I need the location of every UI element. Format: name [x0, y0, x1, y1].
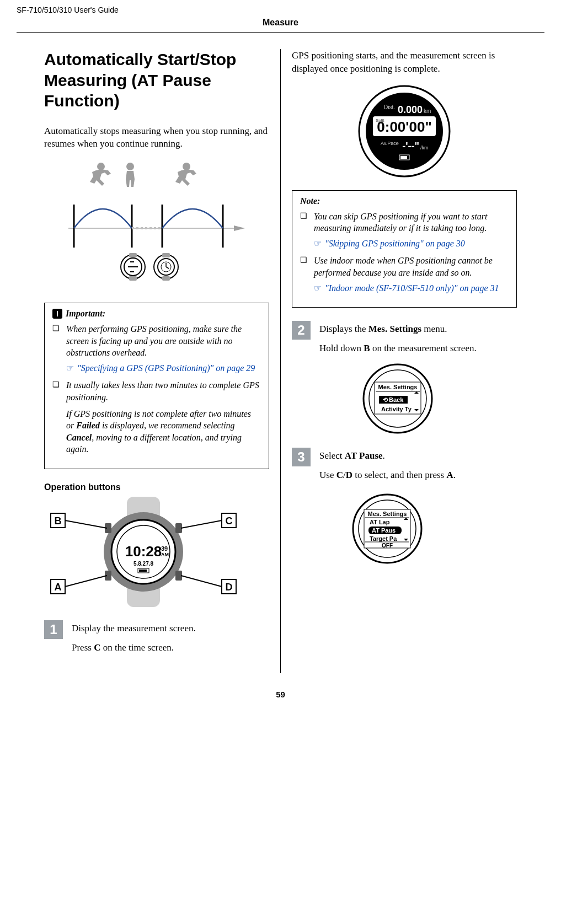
step-1-line2: Press C on the time screen. — [72, 641, 196, 655]
svg-rect-13 — [129, 276, 137, 281]
svg-text:Activity Ty: Activity Ty — [381, 406, 412, 412]
start-stop-diagram — [63, 159, 250, 292]
svg-line-43 — [65, 576, 107, 587]
svg-rect-12 — [129, 253, 137, 257]
svg-text:-'--": -'--" — [402, 141, 419, 152]
important-item-2: It usually takes less than two minutes t… — [66, 380, 259, 402]
note-title: Note: — [300, 196, 320, 206]
operation-buttons-diagram: 10:28 39 AM 5.8.27.8 B A C D — [44, 497, 243, 607]
measurement-screen: Dist. 0.000 km Split 0:00'00" Av.Pace -'… — [357, 84, 451, 178]
svg-text:D: D — [226, 582, 233, 593]
link-gps-positioning[interactable]: "Specifying a GPS (GPS Positioning)" on … — [66, 362, 255, 374]
link-indoor-mode[interactable]: "Indoor mode (SF-710/SF-510 only)" on pa… — [314, 282, 499, 294]
step-1-line1: Display the measurement screen. — [72, 622, 196, 636]
step-2-line1: Displays the Mes. Settings menu. — [319, 323, 477, 336]
operation-buttons-label: Operation buttons — [44, 482, 269, 492]
note-item-2: Use indoor mode when GPS positioning can… — [314, 256, 493, 277]
svg-rect-33 — [139, 570, 147, 572]
svg-point-8 — [126, 163, 134, 170]
header-product: SF-710/510/310 User's Guide — [0, 6, 561, 18]
svg-line-49 — [181, 576, 222, 587]
note-item-1: You can skip GPS positioning if you want… — [314, 212, 488, 233]
svg-text:A: A — [55, 582, 62, 593]
svg-text:AT Paus: AT Paus — [372, 527, 396, 534]
svg-text:39: 39 — [161, 545, 168, 552]
svg-text:Back: Back — [389, 396, 404, 403]
svg-text:AT Lap: AT Lap — [370, 519, 390, 525]
step-3-line2: Use C/D to select, and then press A. — [319, 469, 456, 482]
svg-line-46 — [181, 520, 222, 528]
mes-settings-atpause-screen: Mes. Settings AT Lap AT Paus Target Pa O… — [349, 490, 426, 567]
svg-text:5.8.27.8: 5.8.27.8 — [133, 561, 154, 567]
gps-positioning-text: GPS positioning starts, and the measurem… — [292, 49, 517, 76]
step-3-line1: Select AT Pause. — [319, 449, 456, 463]
svg-text:Target Pa: Target Pa — [370, 535, 397, 542]
page-title: Automatically Start/Stop Measuring (AT P… — [44, 49, 269, 111]
svg-text:0:00'00": 0:00'00" — [377, 119, 431, 135]
svg-text:OFF: OFF — [382, 542, 393, 549]
svg-text:C: C — [226, 515, 233, 527]
svg-text:/km: /km — [420, 145, 429, 151]
svg-point-7 — [97, 163, 105, 170]
svg-text:Av.Pace: Av.Pace — [381, 141, 399, 146]
svg-text:10:28: 10:28 — [125, 543, 162, 560]
important-icon: ! — [52, 309, 62, 319]
svg-rect-19 — [162, 253, 170, 257]
page-number: 59 — [0, 690, 561, 699]
step-1-number: 1 — [44, 620, 63, 639]
svg-line-40 — [65, 520, 107, 528]
step-3-number: 3 — [292, 448, 311, 466]
step-2-number: 2 — [292, 321, 311, 340]
step-2-line2: Hold down B on the measurement screen. — [319, 342, 477, 356]
mes-settings-back-screen: Mes. Settings ⟲ Back Activity Ty — [359, 363, 436, 434]
important-item-1: When performing GPS positioning, make su… — [66, 324, 242, 357]
svg-text:⟲: ⟲ — [383, 396, 388, 403]
svg-text:B: B — [55, 515, 62, 527]
svg-text:Mes. Settings: Mes. Settings — [378, 384, 418, 390]
intro-paragraph: Automatically stops measuring when you s… — [44, 125, 269, 151]
svg-text:0.000: 0.000 — [398, 104, 423, 115]
svg-rect-20 — [162, 276, 170, 281]
important-item-2-sub: If GPS positioning is not complete after… — [66, 408, 261, 455]
note-box: Note: You can skip GPS positioning if yo… — [292, 190, 517, 308]
svg-text:Dist.: Dist. — [384, 104, 395, 110]
svg-text:km: km — [424, 108, 431, 114]
svg-point-9 — [183, 163, 190, 170]
svg-text:AM: AM — [161, 552, 169, 557]
link-skip-gps[interactable]: "Skipping GPS positioning" on page 30 — [314, 238, 465, 250]
svg-text:Mes. Settings: Mes. Settings — [368, 511, 407, 517]
svg-rect-62 — [400, 156, 407, 159]
important-title: Important: — [66, 309, 105, 319]
svg-marker-1 — [234, 225, 245, 231]
header-section: Measure — [17, 18, 544, 33]
important-box: ! Important: When performing GPS positio… — [44, 303, 269, 469]
